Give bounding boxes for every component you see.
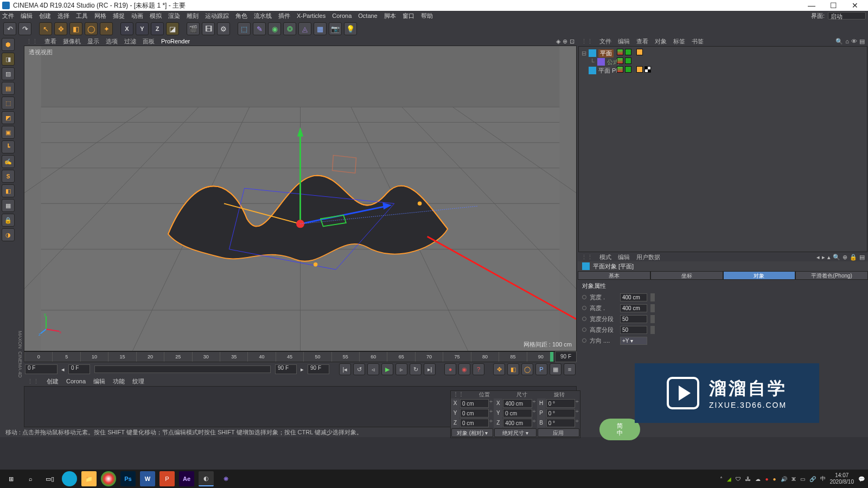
prev-frame[interactable]: ◃ [367,363,379,375]
visibility-toggle[interactable] [617,49,623,55]
tray-link-icon[interactable]: 🔗 [809,476,816,482]
menu-item[interactable]: 创建 [39,12,51,20]
attr-mag-icon[interactable]: 🔍 [833,254,840,261]
tray-batt-icon[interactable]: ▭ [800,476,805,482]
key-menu[interactable]: ≡ [564,363,576,375]
om-tab[interactable]: 编辑 [618,37,630,46]
key-param[interactable]: P [535,363,547,375]
menu-item[interactable]: 帮助 [421,12,433,20]
om-tab[interactable]: 对象 [655,37,667,46]
attr-value[interactable]: 50 [620,326,647,334]
enable-toggle[interactable] [625,66,631,73]
vp-icon-2[interactable]: ⊕ [563,38,567,45]
tray-clock[interactable]: 14:072020/8/10 [830,472,854,485]
make-editable[interactable]: ⬢ [2,38,15,51]
deformed-plane[interactable] [168,176,448,261]
render-settings[interactable]: ⚙ [217,22,230,35]
menu-item[interactable]: 编辑 [21,12,33,20]
attr-subtab[interactable]: 坐标 [650,271,723,280]
enable-toggle[interactable] [625,49,631,55]
add-environment[interactable]: ▦ [314,22,327,35]
menu-item[interactable]: 动画 [131,12,143,20]
tray-orange-icon[interactable]: ● [773,476,776,482]
point-mode[interactable]: ⬚ [2,97,15,110]
coord-rot[interactable]: 0 ° [546,409,575,418]
x-axis-lock[interactable]: X [120,22,133,35]
keyframe-dot[interactable] [582,295,586,299]
tray-net-icon[interactable]: 🖧 [745,476,751,482]
attr-value[interactable]: 50 [620,315,647,323]
view-tab[interactable]: 选项 [106,37,118,46]
menu-item[interactable]: 雕刻 [187,12,199,20]
coord-size[interactable]: 400 cm [503,419,532,427]
menu-item[interactable]: 网格 [94,12,106,20]
tray-notifications-icon[interactable]: 💬 [858,476,865,482]
attr-dropdown[interactable]: +Y ▾ [620,337,647,345]
visibility-toggle[interactable] [617,66,623,73]
range-slider[interactable] [94,365,271,373]
range-start[interactable]: 0 F [25,364,58,374]
attr-tab[interactable]: 编辑 [618,253,630,261]
spinner[interactable] [650,304,655,312]
visibility-toggle[interactable] [617,57,623,64]
app-ps[interactable]: Ps [120,471,136,486]
z-axis-lock[interactable]: Z [151,22,164,35]
goto-end[interactable]: ▸| [424,363,436,375]
menu-item[interactable]: 文件 [2,12,14,20]
render-view[interactable]: 🎬 [187,22,200,35]
vp-icon-1[interactable]: ◈ [556,38,560,45]
add-generator[interactable]: ❂ [283,22,296,35]
next-frame[interactable]: ▹ [395,363,407,375]
app-ae[interactable]: Ae [179,471,194,486]
material-tab[interactable]: 编辑 [93,377,105,386]
playhead[interactable] [550,352,553,362]
attr-prev-icon[interactable]: ◂ [816,254,820,261]
view-tab[interactable]: 查看 [44,37,56,46]
attr-value[interactable]: 400 cm [620,293,647,301]
menu-item[interactable]: 角色 [235,12,247,20]
om-menu-icon[interactable]: ▤ [859,38,865,45]
key-pos[interactable]: ✥ [493,363,505,375]
perspective-viewport[interactable]: 透视视图 [24,46,577,351]
material-tab[interactable]: 创建 [47,377,59,386]
menu-item[interactable]: 捕捉 [113,12,125,20]
material-tab[interactable]: 功能 [113,377,125,386]
workplane-mode[interactable]: ▤ [2,82,15,95]
maximize-button[interactable]: ☐ [822,1,844,10]
current-frame[interactable]: 0 F [68,364,90,374]
scale-tool[interactable]: ◧ [69,22,82,35]
add-cube[interactable]: ⬚ [238,22,251,35]
last-tool[interactable]: ✦ [100,22,113,35]
viewport-solo[interactable]: ▦ [2,199,15,212]
start-button[interactable]: ⊞ [3,471,18,486]
view-tab[interactable]: 显示 [87,37,99,46]
coord-pos[interactable]: 0 cm [460,409,489,418]
attr-tab[interactable]: 模式 [599,253,611,261]
tray-cloud-icon[interactable]: ☁ [755,476,761,482]
coord-rot[interactable]: 0 ° [546,419,575,427]
attr-new-icon[interactable]: ⊕ [843,254,847,261]
attr-menu-icon[interactable]: ▤ [859,254,865,261]
menu-item[interactable]: X-Particles [297,12,326,19]
timeline-end-field[interactable]: 90 F [555,351,577,362]
render-pv[interactable]: 🎞 [202,22,215,35]
undo-button[interactable]: ↶ [3,22,16,35]
keyframe-dot[interactable] [582,328,586,332]
tray-shield-icon[interactable]: 🛡 [736,476,741,482]
goto-start[interactable]: |◂ [339,363,351,375]
menu-item[interactable]: 插件 [278,12,290,20]
app-ppt[interactable]: P [159,471,175,486]
om-tab[interactable]: 标签 [673,37,685,46]
app-other[interactable]: ❋ [218,471,233,486]
app-c4d-task[interactable]: ◐ [199,471,214,486]
move-tool[interactable]: ✥ [54,22,67,35]
menu-item[interactable]: 运动跟踪 [205,12,229,20]
om-home-icon[interactable]: ⌂ [845,38,849,45]
record-key[interactable]: ● [444,363,456,375]
play-button[interactable]: ▶ [381,363,393,375]
app-browser[interactable] [62,471,77,486]
om-eye-icon[interactable]: 👁 [851,38,857,45]
enable-toggle[interactable] [625,57,631,64]
tray-nvidia-icon[interactable]: ◢ [727,476,731,482]
phong-tag[interactable] [636,49,643,55]
